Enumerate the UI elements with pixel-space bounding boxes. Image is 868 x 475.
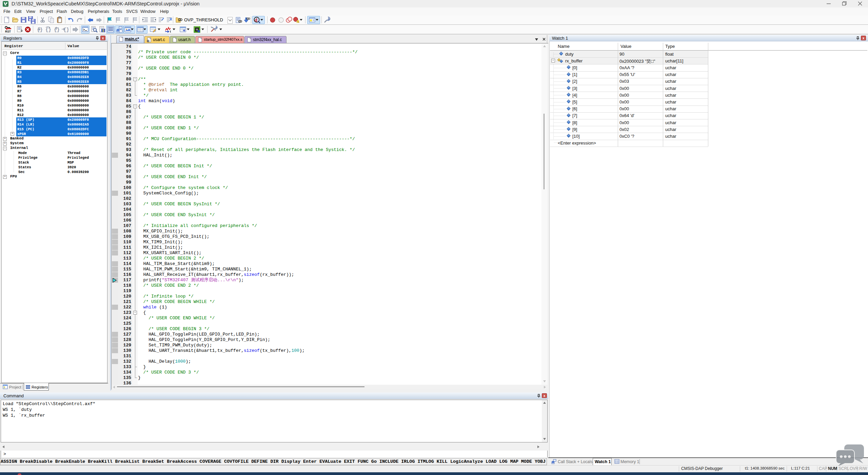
- svg-text:S: S: [102, 29, 104, 33]
- svg-text:RST: RST: [5, 30, 11, 33]
- svg-text:s: s: [6, 4, 7, 6]
- svg-text:{}: {}: [45, 27, 51, 33]
- svg-text:t: t: [170, 30, 171, 33]
